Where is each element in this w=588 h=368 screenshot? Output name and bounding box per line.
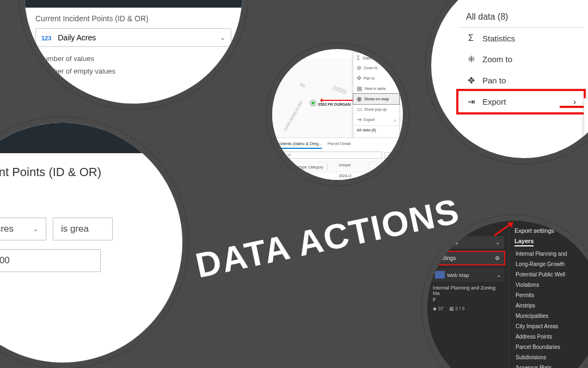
layer-item[interactable]: Airstrips xyxy=(509,300,588,311)
sigma-icon: Σ xyxy=(466,33,476,43)
col-select[interactable] xyxy=(272,161,282,172)
menu-item-export[interactable]: ⇥Export xyxy=(353,174,399,185)
statistics-layer-label: Current Incident Points (ID & OR) xyxy=(24,8,242,26)
layers-list: Internal Planning and Long-Range Growth … xyxy=(509,246,588,368)
gear-icon: ⚙ xyxy=(495,255,500,261)
layers-right-pane: Export settings ✕ Layers Internal Planni… xyxy=(509,221,588,368)
submenu-item[interactable]: Exp xyxy=(584,143,588,164)
pan-icon: ✥ xyxy=(466,75,476,86)
road-label: GAN RANCH RD xyxy=(283,100,304,131)
filter-value-input[interactable]: 1000 xyxy=(0,249,101,272)
road-label: SE xyxy=(299,82,306,89)
grid-icon[interactable]: ▦ xyxy=(393,152,400,159)
chevron-right-icon: › xyxy=(573,97,576,107)
layers-config-panel: 🔍 Add data⌄ Settings ⚙ Web Map ⌄ Interna… xyxy=(422,215,588,368)
menu-item-pan-to[interactable]: ✥Pan to xyxy=(353,73,399,83)
menu-header: All data (8) xyxy=(458,7,584,28)
sigma-icon: Σ xyxy=(357,55,360,61)
statistics-panel: Statistics ✕ Current Incident Points (ID… xyxy=(19,0,248,109)
layer-item[interactable]: Internal Planning and xyxy=(509,249,588,259)
layer-item[interactable]: Permits xyxy=(509,290,588,300)
table-search-input[interactable]: Type ID xyxy=(275,152,382,159)
layer-item[interactable]: Assessor Plats xyxy=(509,363,588,368)
menu-item-show-on-map[interactable]: ◉Show on map xyxy=(353,94,399,104)
attribute-table: Incidents (Idaho & Oreg... Parcel Detail… xyxy=(272,137,403,180)
table-icon: ▦ xyxy=(357,85,362,92)
webmap-item[interactable]: Web Map ⌄ xyxy=(432,268,504,282)
map-name: Internal Planning and Zoning Ma xyxy=(433,285,495,296)
export-icon: ⇥ xyxy=(357,176,362,183)
menu-item-export[interactable]: ⇥ Export › xyxy=(458,91,584,112)
export-panel: ⊞ ⠿ › Population All data (8) ΣStatistic… xyxy=(426,0,588,164)
chevron-down-icon: ⌄ xyxy=(220,34,225,41)
popup-icon: ▭ xyxy=(357,106,362,113)
map-pin-icon: ◉ xyxy=(357,95,362,102)
filter-field-select[interactable]: Daily Acres ⌄ xyxy=(0,218,46,240)
layer-item[interactable]: Potential Public Well xyxy=(509,269,588,280)
statistics-title: Statistics xyxy=(34,0,69,1)
layer-count: ▦ 2 / 6 xyxy=(449,306,465,311)
menu-item-view-in-table[interactable]: ▦View in table xyxy=(353,83,399,94)
col-incident-type[interactable]: Incident Type Category ⋮ xyxy=(282,161,336,172)
pan-icon: ✥ xyxy=(357,75,362,82)
incident-point[interactable]: 0502 PR DURGAN xyxy=(310,100,351,107)
layer-item[interactable]: Subdivisions xyxy=(509,352,588,363)
point-label: 0502 PR DURGAN xyxy=(318,102,351,106)
menu-item-zoom-to[interactable]: ⊕Zoom to xyxy=(353,63,399,73)
statistics-field-select[interactable]: 123 Daily Acres ⌄ xyxy=(35,28,231,47)
layer-item[interactable]: Address Points xyxy=(509,331,588,342)
feature-count: ◆ 37 xyxy=(433,306,444,311)
data-action-menu: All data (8) ΣStatistics ⁜Zoom to ✥Pan t… xyxy=(458,7,584,112)
submenu-item[interactable]: Exp xyxy=(584,99,588,121)
stat-row-empty: Number of empty values xyxy=(39,65,228,77)
menu-item-export[interactable]: ⇥Export› xyxy=(353,114,399,125)
field-type-tag: 123 xyxy=(41,35,51,41)
zoom-icon: ⁜ xyxy=(466,54,476,64)
menu-item-statistics[interactable]: ΣStatistics xyxy=(353,53,399,63)
export-submenu: Exp Exp Exp xyxy=(584,98,588,164)
chevron-down-icon: ⌄ xyxy=(33,225,38,233)
menu-item-zoom-to[interactable]: ⁜Zoom to xyxy=(458,49,584,70)
layer-item[interactable]: Long-Range Growth xyxy=(509,259,588,269)
close-icon[interactable]: ✕ xyxy=(223,0,232,2)
filter-field-value: Daily Acres xyxy=(0,224,14,234)
layers-left-pane: 🔍 Add data⌄ Settings ⚙ Web Map ⌄ Interna… xyxy=(427,221,509,368)
export-icon: ⇥ xyxy=(466,96,476,107)
filter-operator-select[interactable]: is grea xyxy=(53,218,113,240)
add-data-button[interactable]: Add data⌄ xyxy=(432,236,504,249)
filter-layer-title: Incident Points (ID & OR) xyxy=(0,153,182,179)
stat-row-count: Number of values xyxy=(39,52,228,65)
menu-section-header: All data (8) xyxy=(353,126,399,134)
layer-item[interactable]: City Impact Areas xyxy=(509,321,588,331)
point-marker-icon xyxy=(310,100,316,106)
page-title: DATA ACTIONS xyxy=(192,191,463,286)
more-icon[interactable]: ⋯ xyxy=(384,152,391,159)
tab-incidents[interactable]: Incidents (Idaho & Oreg... xyxy=(275,141,322,149)
tab-layers[interactable]: Layers xyxy=(514,237,534,246)
house-number: 0899 xyxy=(331,84,347,96)
export-settings-header: Export settings xyxy=(514,227,554,234)
zoom-icon: ⊕ xyxy=(357,64,362,71)
table-row[interactable]: WF 2024-O xyxy=(272,172,403,179)
menu-item-statistics[interactable]: ΣStatistics xyxy=(458,28,584,49)
filter-panel: Incident Points (ID & OR) Daily Acres ⌄ … xyxy=(0,117,188,368)
layer-item[interactable]: Parcel Boundaries xyxy=(509,342,588,352)
settings-button[interactable]: Settings ⚙ xyxy=(432,252,504,264)
map-canvas[interactable]: SE GAN RANCH RD 0899 0502 PR DURGAN xyxy=(272,59,358,141)
menu-item-show-popup[interactable]: ▭Show pop-up xyxy=(353,104,399,114)
col-unique[interactable]: Unique xyxy=(336,161,369,172)
layer-item[interactable]: Violations xyxy=(509,280,588,290)
statistics-field-value: Daily Acres xyxy=(58,33,96,42)
export-icon: ⇥ xyxy=(357,116,362,123)
layer-item[interactable]: Municipalities xyxy=(509,311,588,321)
submenu-item[interactable]: Exp xyxy=(584,121,588,143)
map-context-panel: SE GAN RANCH RD 0899 0502 PR DURGAN ΣSta… xyxy=(267,44,408,185)
tab-parcel-detail[interactable]: Parcel Detail xyxy=(327,141,351,149)
map-thumbnail xyxy=(435,271,445,279)
menu-item-pan-to[interactable]: ✥Pan to xyxy=(458,70,584,91)
